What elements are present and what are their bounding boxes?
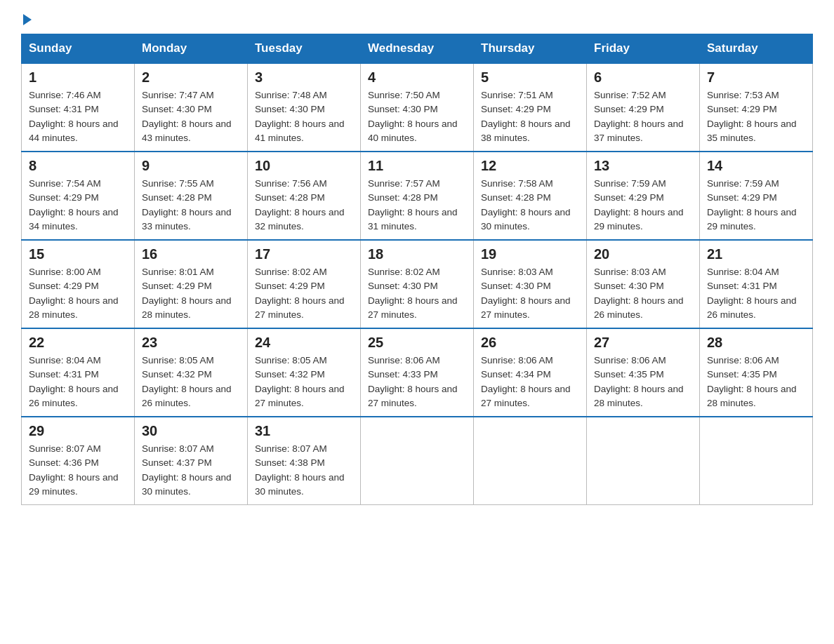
day-number: 30 [142,423,240,439]
day-info: Sunrise: 8:01 AMSunset: 4:29 PMDaylight:… [142,265,240,322]
day-info: Sunrise: 8:04 AMSunset: 4:31 PMDaylight:… [29,354,127,410]
calendar-cell: 19Sunrise: 8:03 AMSunset: 4:30 PMDayligh… [474,240,587,328]
calendar-cell: 14Sunrise: 7:59 AMSunset: 4:29 PMDayligh… [700,152,813,240]
day-info: Sunrise: 8:06 AMSunset: 4:35 PMDaylight:… [707,354,805,410]
day-info: Sunrise: 7:54 AMSunset: 4:29 PMDaylight:… [29,177,127,234]
day-info: Sunrise: 7:57 AMSunset: 4:28 PMDaylight:… [368,177,466,234]
calendar-body: 1Sunrise: 7:46 AMSunset: 4:31 PMDaylight… [22,63,813,505]
calendar-cell: 5Sunrise: 7:51 AMSunset: 4:29 PMDaylight… [474,63,587,152]
day-number: 25 [368,335,466,351]
calendar-cell: 26Sunrise: 8:06 AMSunset: 4:34 PMDayligh… [474,328,587,417]
day-info: Sunrise: 8:06 AMSunset: 4:34 PMDaylight:… [481,354,579,410]
calendar-cell: 3Sunrise: 7:48 AMSunset: 4:30 PMDaylight… [248,63,361,152]
day-number: 18 [368,246,466,262]
calendar-cell: 13Sunrise: 7:59 AMSunset: 4:29 PMDayligh… [587,152,700,240]
calendar-cell: 21Sunrise: 8:04 AMSunset: 4:31 PMDayligh… [700,240,813,328]
calendar-cell: 15Sunrise: 8:00 AMSunset: 4:29 PMDayligh… [22,240,135,328]
day-number: 14 [707,158,805,174]
day-number: 20 [594,246,692,262]
day-number: 11 [368,158,466,174]
calendar-cell: 23Sunrise: 8:05 AMSunset: 4:32 PMDayligh… [135,328,248,417]
day-info: Sunrise: 7:48 AMSunset: 4:30 PMDaylight:… [255,88,353,145]
calendar-cell: 9Sunrise: 7:55 AMSunset: 4:28 PMDaylight… [135,152,248,240]
day-number: 23 [142,335,240,351]
calendar-cell [587,417,700,505]
calendar-cell: 30Sunrise: 8:07 AMSunset: 4:37 PMDayligh… [135,417,248,505]
calendar-cell: 24Sunrise: 8:05 AMSunset: 4:32 PMDayligh… [248,328,361,417]
day-number: 5 [481,69,579,86]
day-number: 12 [481,158,579,174]
day-info: Sunrise: 8:02 AMSunset: 4:29 PMDaylight:… [255,265,353,322]
day-info: Sunrise: 8:07 AMSunset: 4:37 PMDaylight:… [142,442,240,499]
day-number: 28 [707,335,805,351]
day-info: Sunrise: 7:47 AMSunset: 4:30 PMDaylight:… [142,88,240,145]
calendar-cell: 29Sunrise: 8:07 AMSunset: 4:36 PMDayligh… [22,417,135,505]
calendar-header: SundayMondayTuesdayWednesdayThursdayFrid… [22,34,813,64]
day-info: Sunrise: 7:59 AMSunset: 4:29 PMDaylight:… [707,177,805,234]
day-number: 22 [29,335,127,351]
calendar-cell: 12Sunrise: 7:58 AMSunset: 4:28 PMDayligh… [474,152,587,240]
calendar-cell: 20Sunrise: 8:03 AMSunset: 4:30 PMDayligh… [587,240,700,328]
day-info: Sunrise: 7:50 AMSunset: 4:30 PMDaylight:… [368,88,466,145]
day-info: Sunrise: 8:06 AMSunset: 4:35 PMDaylight:… [594,354,692,410]
calendar-cell: 18Sunrise: 8:02 AMSunset: 4:30 PMDayligh… [361,240,474,328]
day-number: 15 [29,246,127,262]
page-header [21,14,813,27]
day-number: 6 [594,69,692,86]
calendar-cell: 31Sunrise: 8:07 AMSunset: 4:38 PMDayligh… [248,417,361,505]
calendar-cell: 6Sunrise: 7:52 AMSunset: 4:29 PMDaylight… [587,63,700,152]
day-number: 29 [29,423,127,439]
day-number: 17 [255,246,353,262]
calendar-cell: 22Sunrise: 8:04 AMSunset: 4:31 PMDayligh… [22,328,135,417]
day-number: 10 [255,158,353,174]
week-row-5: 29Sunrise: 8:07 AMSunset: 4:36 PMDayligh… [22,417,813,505]
column-header-tuesday: Tuesday [248,34,361,64]
day-info: Sunrise: 7:55 AMSunset: 4:28 PMDaylight:… [142,177,240,234]
calendar-cell: 25Sunrise: 8:06 AMSunset: 4:33 PMDayligh… [361,328,474,417]
day-number: 2 [142,69,240,86]
day-info: Sunrise: 7:51 AMSunset: 4:29 PMDaylight:… [481,88,579,145]
calendar-cell: 8Sunrise: 7:54 AMSunset: 4:29 PMDaylight… [22,152,135,240]
calendar-cell: 10Sunrise: 7:56 AMSunset: 4:28 PMDayligh… [248,152,361,240]
day-info: Sunrise: 7:58 AMSunset: 4:28 PMDaylight:… [481,177,579,234]
column-header-wednesday: Wednesday [361,34,474,64]
calendar-table: SundayMondayTuesdayWednesdayThursdayFrid… [21,34,813,505]
day-info: Sunrise: 8:06 AMSunset: 4:33 PMDaylight:… [368,354,466,410]
day-info: Sunrise: 8:07 AMSunset: 4:36 PMDaylight:… [29,442,127,499]
column-header-friday: Friday [587,34,700,64]
day-number: 7 [707,69,805,86]
day-number: 27 [594,335,692,351]
day-number: 24 [255,335,353,351]
day-number: 31 [255,423,353,439]
day-info: Sunrise: 8:07 AMSunset: 4:38 PMDaylight:… [255,442,353,499]
day-number: 16 [142,246,240,262]
day-number: 9 [142,158,240,174]
day-number: 1 [29,69,127,86]
day-info: Sunrise: 8:03 AMSunset: 4:30 PMDaylight:… [594,265,692,322]
calendar-cell: 27Sunrise: 8:06 AMSunset: 4:35 PMDayligh… [587,328,700,417]
day-number: 19 [481,246,579,262]
calendar-cell [700,417,813,505]
day-number: 21 [707,246,805,262]
calendar-cell: 7Sunrise: 7:53 AMSunset: 4:29 PMDaylight… [700,63,813,152]
day-info: Sunrise: 8:03 AMSunset: 4:30 PMDaylight:… [481,265,579,322]
day-info: Sunrise: 8:04 AMSunset: 4:31 PMDaylight:… [707,265,805,322]
logo-triangle-icon [23,14,32,25]
logo [21,14,32,27]
day-info: Sunrise: 7:59 AMSunset: 4:29 PMDaylight:… [594,177,692,234]
column-header-sunday: Sunday [22,34,135,64]
calendar-cell: 2Sunrise: 7:47 AMSunset: 4:30 PMDaylight… [135,63,248,152]
day-info: Sunrise: 7:56 AMSunset: 4:28 PMDaylight:… [255,177,353,234]
column-header-saturday: Saturday [700,34,813,64]
header-row: SundayMondayTuesdayWednesdayThursdayFrid… [22,34,813,64]
week-row-4: 22Sunrise: 8:04 AMSunset: 4:31 PMDayligh… [22,328,813,417]
calendar-cell: 28Sunrise: 8:06 AMSunset: 4:35 PMDayligh… [700,328,813,417]
calendar-cell: 4Sunrise: 7:50 AMSunset: 4:30 PMDaylight… [361,63,474,152]
calendar-cell: 16Sunrise: 8:01 AMSunset: 4:29 PMDayligh… [135,240,248,328]
day-info: Sunrise: 8:05 AMSunset: 4:32 PMDaylight:… [255,354,353,410]
day-number: 8 [29,158,127,174]
day-info: Sunrise: 7:52 AMSunset: 4:29 PMDaylight:… [594,88,692,145]
calendar-cell [361,417,474,505]
day-info: Sunrise: 8:05 AMSunset: 4:32 PMDaylight:… [142,354,240,410]
calendar-cell [474,417,587,505]
